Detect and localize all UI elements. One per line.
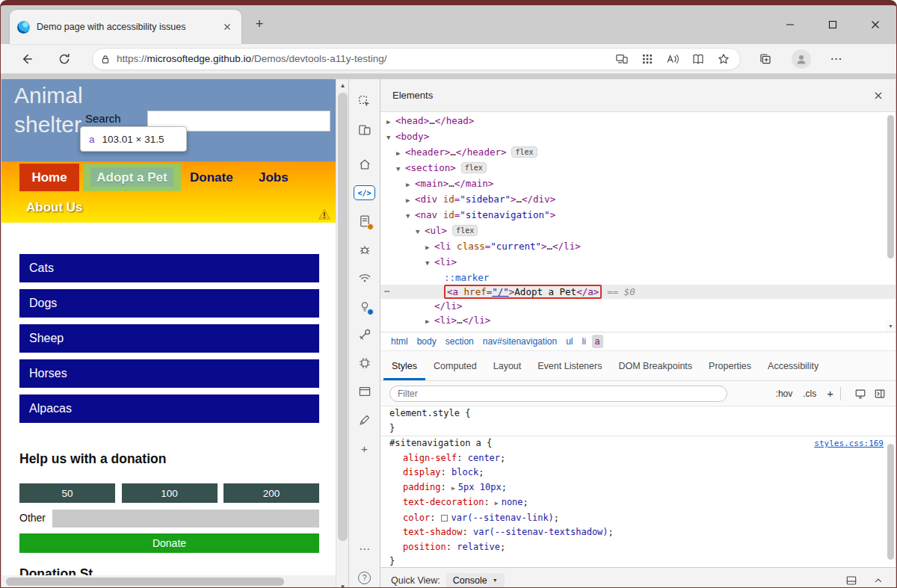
tab-event-listeners[interactable]: Event Listeners <box>529 351 610 380</box>
scroll-down-icon[interactable]: ▼ <box>336 581 349 588</box>
nav-item-adopt-highlighted[interactable]: Adopt a Pet <box>83 164 181 191</box>
page-vertical-scrollbar[interactable]: ▲ ▼ <box>336 79 348 588</box>
breadcrumb-item-section[interactable]: section <box>443 335 477 348</box>
shorthand-expand-icon[interactable]: ▶ <box>495 500 499 507</box>
send-to-devices-icon[interactable] <box>613 50 631 68</box>
flex-badge[interactable]: flex <box>452 225 478 236</box>
tab-properties[interactable]: Properties <box>700 351 759 380</box>
nav-item-about-us[interactable]: About Us <box>26 196 83 220</box>
quick-view-selector[interactable]: Console ▼ <box>446 573 505 588</box>
color-swatch[interactable] <box>441 515 448 522</box>
animal-button-sheep[interactable]: Sheep <box>19 324 319 353</box>
new-style-rule-icon[interactable]: + <box>827 387 833 400</box>
devtools-close-icon[interactable] <box>873 90 884 101</box>
favorites-star-icon[interactable] <box>715 50 733 68</box>
maximize-button[interactable] <box>811 5 854 44</box>
page-horizontal-scrollbar[interactable] <box>1 575 336 588</box>
application-frame-icon[interactable] <box>357 384 372 399</box>
expand-arrow-icon[interactable]: ▶ <box>386 115 395 129</box>
breadcrumb-item-ul[interactable]: ul <box>563 335 576 348</box>
welcome-home-icon[interactable] <box>357 157 372 172</box>
expand-arrow-icon[interactable]: ▶ <box>406 194 415 208</box>
bug-icon[interactable] <box>357 242 372 257</box>
horizontal-scrollbar-thumb[interactable] <box>6 578 284 586</box>
nav-item-donate[interactable]: Donate <box>190 164 233 191</box>
animal-button-dogs[interactable]: Dogs <box>19 289 319 318</box>
element-classes-toggle[interactable]: .cls <box>803 389 816 399</box>
toggle-styles-sidebar-icon[interactable] <box>873 387 887 400</box>
dom-tree-row[interactable]: ▶<div id="sidebar">…</div> <box>380 192 896 208</box>
help-icon[interactable]: ? <box>357 570 372 585</box>
expand-arrow-icon[interactable]: ▶ <box>425 330 434 332</box>
expand-arrow-icon[interactable]: ▼ <box>425 256 434 270</box>
dom-tree-scrollbar[interactable]: ▼ <box>886 112 896 332</box>
tools-wrench-icon[interactable] <box>357 327 372 342</box>
css-property-row[interactable]: padding: ▶5px 10px; <box>389 480 896 496</box>
dom-tree-row[interactable]: ▼<ul>flex <box>380 223 896 239</box>
styles-scrollbar-thumb[interactable] <box>887 444 894 560</box>
amount-button-50[interactable]: 50 <box>19 483 115 503</box>
flex-badge[interactable]: flex <box>511 146 537 158</box>
donate-button[interactable]: Donate <box>19 533 319 553</box>
dom-tree-row-selected[interactable]: ⋯<a href="/">Adopt a Pet</a>== $0 <box>380 285 896 299</box>
dom-tree-row[interactable]: ▼<section>flex <box>380 161 896 176</box>
dom-scrollbar-thumb[interactable] <box>887 115 894 259</box>
nav-item-jobs[interactable]: Jobs <box>259 164 289 191</box>
dom-tree-row[interactable]: ▼<nav id="sitenavigation"> <box>380 208 896 223</box>
open-quickview-panel-icon[interactable] <box>845 574 858 587</box>
dom-tree-row[interactable]: ::marker <box>380 270 896 285</box>
dom-tree-row[interactable]: ▶<li>…</li> <box>380 313 896 329</box>
pseudo-state-toggle[interactable]: :hov <box>776 389 793 399</box>
expand-arrow-icon[interactable]: ▶ <box>406 178 415 192</box>
performance-hints-icon[interactable] <box>357 299 372 314</box>
expand-arrow-icon[interactable]: ▼ <box>416 225 425 239</box>
css-selector[interactable]: element.style <box>389 408 460 418</box>
lock-icon[interactable] <box>100 54 111 64</box>
dom-tree-row[interactable]: </li> <box>380 299 896 313</box>
breadcrumb-item-html[interactable]: html <box>388 335 411 348</box>
nav-item-home[interactable]: Home <box>19 164 79 191</box>
rendering-emulation-icon[interactable] <box>854 387 867 400</box>
tab-layout[interactable]: Layout <box>485 351 530 380</box>
add-tools-icon[interactable]: + <box>357 441 372 456</box>
dom-tree-row[interactable]: ▶<li>…</li> <box>380 329 896 332</box>
more-tools-icon[interactable]: ⋯ <box>357 542 372 557</box>
stylesheet-link[interactable]: styles.css:169 <box>814 436 884 451</box>
vertical-scrollbar-thumb[interactable] <box>338 93 348 541</box>
network-icon[interactable] <box>357 270 372 285</box>
breadcrumb-item-li[interactable]: li <box>579 335 588 348</box>
css-property-row[interactable]: color: var(--sitenav-link); <box>389 511 896 526</box>
dom-scroll-down-icon[interactable]: ▼ <box>886 321 896 332</box>
animal-button-horses[interactable]: Horses <box>19 359 319 388</box>
flex-badge[interactable]: flex <box>461 162 487 173</box>
tab-styles[interactable]: Styles <box>383 351 425 380</box>
profile-avatar[interactable] <box>792 49 811 69</box>
css-property-row[interactable]: text-decoration: ▶none; <box>389 495 896 511</box>
browser-tab[interactable]: Demo page with accessibility issues <box>10 10 241 44</box>
refresh-button[interactable] <box>56 51 73 67</box>
read-aloud-icon[interactable] <box>664 50 682 68</box>
animal-button-cats[interactable]: Cats <box>19 254 319 282</box>
expand-arrow-icon[interactable]: ▶ <box>396 146 405 161</box>
dom-tree-row[interactable]: ▶<header>…</header>flex <box>380 145 896 161</box>
immersive-reader-icon[interactable] <box>689 50 707 68</box>
browser-menu-icon[interactable]: ⋯ <box>827 52 845 66</box>
scroll-up-icon[interactable]: ▲ <box>336 79 349 91</box>
css-property-row[interactable]: position: relative; <box>389 540 896 555</box>
memory-chip-icon[interactable] <box>357 356 372 371</box>
breadcrumb-item-body[interactable]: body <box>414 335 440 348</box>
collections-icon[interactable] <box>757 51 774 67</box>
expand-arrow-icon[interactable]: ▶ <box>425 315 434 329</box>
dom-tree-row[interactable]: ▼<li> <box>380 255 896 270</box>
expand-arrow-icon[interactable]: ▼ <box>406 209 415 223</box>
css-property-row[interactable]: text-shadow: var(--sitenav-textshadow); <box>389 525 896 540</box>
css-selector[interactable]: #sitenavigation a <box>389 438 481 448</box>
elements-panel-icon[interactable]: </> <box>354 185 374 200</box>
tab-close-icon[interactable] <box>222 22 234 32</box>
amount-button-100[interactable]: 100 <box>122 483 218 503</box>
breadcrumb-item-nav[interactable]: nav#sitenavigation <box>480 335 560 348</box>
device-emulation-icon[interactable] <box>357 123 372 137</box>
address-bar[interactable]: https://microsoftedge.github.io/Demos/de… <box>92 48 741 70</box>
dom-tree-row[interactable]: ▶<main>…</main> <box>380 176 896 192</box>
minimize-button[interactable] <box>768 5 811 44</box>
